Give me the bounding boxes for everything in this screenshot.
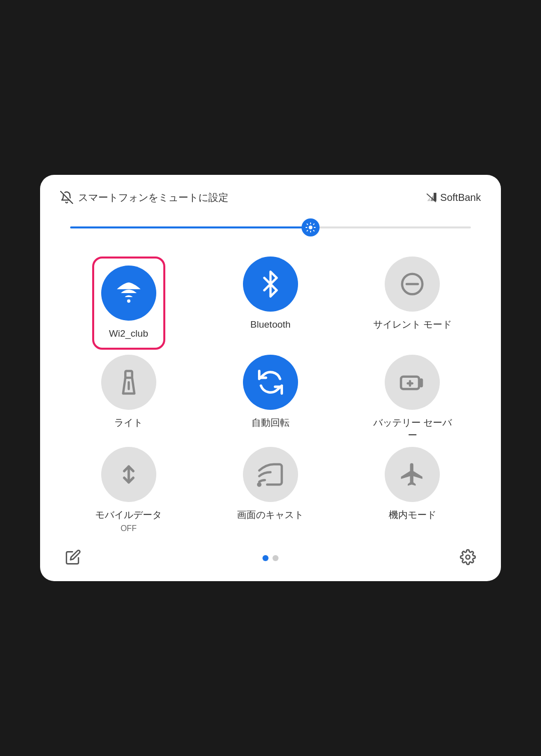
flashlight-circle [101,355,156,410]
signal-icon [426,192,437,203]
wifi-icon [115,280,142,307]
page-dots [262,555,279,561]
svg-line-12 [307,230,308,230]
wifi-highlight-border: Wi2_club [92,257,165,350]
bluetooth-icon [257,271,284,298]
svg-point-25 [466,555,470,559]
toggle-item-cast[interactable]: 画面のキャスト [202,447,339,534]
mobiledata-circle [101,447,156,502]
battery-icon [399,369,426,396]
silent-label: サイレント モード [373,319,452,331]
silent-circle [385,257,440,312]
bluetooth-circle [243,257,298,312]
dot-1 [262,555,268,561]
mute-label: スマートフォンをミュートに設定 [78,191,228,204]
toggle-row-1: Wi2_club Bluetooth サイレント モード [60,257,481,350]
wifi-label: Wi2_club [109,328,148,340]
airplane-label: 機内モード [389,509,436,522]
toggle-item-wifi[interactable]: Wi2_club [60,257,197,350]
svg-point-5 [309,225,312,229]
svg-marker-1 [427,197,430,201]
toggle-item-bluetooth[interactable]: Bluetooth [202,257,339,350]
slider-track [70,226,471,228]
toggle-item-mobiledata[interactable]: モバイルデータ OFF [60,447,197,534]
header: スマートフォンをミュートに設定 SoftBank [60,191,481,204]
mute-section[interactable]: スマートフォンをミュートに設定 [60,191,228,204]
flashlight-icon [115,369,142,396]
brightness-thumb[interactable] [302,218,320,236]
svg-point-24 [258,483,260,486]
cast-label: 画面のキャスト [237,509,304,522]
toggle-item-flashlight[interactable]: ライト [60,355,197,441]
svg-line-0 [61,191,73,203]
settings-icon [460,549,476,565]
svg-rect-17 [125,371,132,378]
airplane-icon [399,461,426,488]
svg-line-8 [307,223,308,224]
toggle-item-airplane[interactable]: 機内モード [344,447,481,534]
data-icon [115,461,142,488]
autorotate-circle [243,355,298,410]
toggle-row-3: モバイルデータ OFF 画面のキャスト 機内モード [60,447,481,534]
toggle-item-silent[interactable]: サイレント モード [344,257,481,350]
settings-button[interactable] [460,549,476,567]
mobiledata-sublabel: OFF [121,524,137,533]
autorotate-label: 自動回転 [251,417,290,429]
brightness-icon [305,222,316,233]
toggle-item-autorotate[interactable]: 自動回転 [202,355,339,441]
svg-line-9 [314,230,314,230]
cast-circle [243,447,298,502]
slider-fill [70,226,311,228]
flashlight-label: ライト [114,417,143,429]
toggle-row-2: ライト 自動回転 バッテリー [60,355,481,441]
carrier-label: SoftBank [440,192,481,203]
carrier-section: SoftBank [426,192,481,203]
wifi-circle [101,266,156,321]
battery-label: バッテリー セーバ ー [373,417,452,441]
edit-icon [65,549,81,565]
bluetooth-label: Bluetooth [250,319,291,331]
quick-settings-panel: スマートフォンをミュートに設定 SoftBank [40,175,501,582]
toggle-item-battery[interactable]: バッテリー セーバ ー [344,355,481,441]
edit-button[interactable] [65,549,81,567]
battery-circle [385,355,440,410]
rotate-icon [257,369,284,396]
mobiledata-label: モバイルデータ [95,509,162,522]
dot-2 [273,555,279,561]
bell-slash-icon [60,191,73,204]
svg-line-13 [314,223,314,224]
airplane-circle [385,447,440,502]
brightness-slider[interactable] [70,218,471,236]
cast-icon [257,461,284,488]
svg-point-14 [127,299,130,303]
bottom-bar [60,549,481,567]
minus-circle-icon [399,271,426,298]
